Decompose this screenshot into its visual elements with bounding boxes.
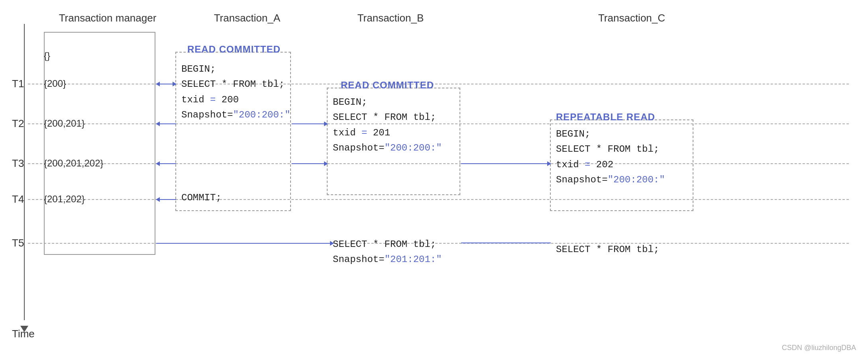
tx-b-line3: txid = 201 xyxy=(333,125,442,141)
t1-label: T1 xyxy=(12,78,24,90)
tx-c-line3: txid = 202 xyxy=(556,157,665,172)
arrow-t5-b-c-line xyxy=(461,243,551,243)
arrow-t3-a-tm xyxy=(156,163,176,164)
watermark: CSDN @liuzhilongDBA xyxy=(782,344,856,352)
time-axis xyxy=(24,24,25,320)
arrow-t4-tm xyxy=(156,199,176,200)
t2-label: T2 xyxy=(12,117,24,130)
tm-state-0: {} xyxy=(44,50,50,61)
tx-c-line1: BEGIN; xyxy=(556,127,665,142)
tx-c-line2: SELECT * FROM tbl; xyxy=(556,142,665,157)
arrow-t3-b-c xyxy=(461,163,551,164)
tx-a-line1: BEGIN; xyxy=(181,62,291,77)
tm-state-2: {200,201} xyxy=(44,118,85,129)
tx-a-content: BEGIN; SELECT * FROM tbl; txid = 200 Sna… xyxy=(181,62,291,123)
arrow-t5-tm-b xyxy=(156,243,334,244)
tx-a-line2: SELECT * FROM tbl; xyxy=(181,77,291,92)
header-b: Transaction_B xyxy=(335,12,446,24)
arrow-t3-a-b2 xyxy=(292,163,328,164)
arrow-t2-a-tm xyxy=(156,123,176,124)
tx-c-label: REPEATABLE READ xyxy=(556,112,655,123)
tm-box xyxy=(44,32,155,255)
tx-c-line4: Snapshot="200:200:" xyxy=(556,172,665,188)
t4-label: T4 xyxy=(12,193,24,205)
t3-label: T3 xyxy=(12,157,24,170)
tx-b-content: BEGIN; SELECT * FROM tbl; txid = 201 Sna… xyxy=(333,95,442,156)
tx-b-label: READ COMMITTED xyxy=(341,80,434,91)
tx-c-t5: SELECT * FROM tbl; xyxy=(556,242,659,257)
tx-b-t5-line2: Snapshot="201:201:" xyxy=(333,252,442,267)
tx-b-line4: Snapshot="200:200:" xyxy=(333,141,442,156)
tx-c-content: BEGIN; SELECT * FROM tbl; txid = 202 Sna… xyxy=(556,127,665,188)
diagram: Transaction manager Transaction_A Transa… xyxy=(0,0,868,360)
header-a: Transaction_A xyxy=(191,12,303,24)
t5-label: T5 xyxy=(12,237,24,249)
tx-a-commit: COMMIT; xyxy=(181,190,222,205)
tx-b-t5-line1: SELECT * FROM tbl; xyxy=(333,237,442,252)
arrow-t2-a-b xyxy=(292,123,328,124)
tx-a-label: READ COMMITTED xyxy=(187,44,281,55)
header-tm: Transaction manager xyxy=(52,12,163,24)
time-label: Time xyxy=(12,328,35,340)
tx-b-t5: SELECT * FROM tbl; Snapshot="201:201:" xyxy=(333,237,442,268)
arrow-t1-tm-a xyxy=(156,84,176,84)
tx-a-line3: txid = 200 xyxy=(181,92,291,108)
tx-a-line4: Snapshot="200:200:" xyxy=(181,108,291,123)
tx-b-line1: BEGIN; xyxy=(333,95,442,110)
tm-state-1: {200} xyxy=(44,78,66,89)
tm-state-3: {200,201,202} xyxy=(44,158,104,169)
tx-b-line2: SELECT * FROM tbl; xyxy=(333,110,442,125)
tm-state-4: {201,202} xyxy=(44,194,85,205)
header-c: Transaction_C xyxy=(570,12,693,24)
